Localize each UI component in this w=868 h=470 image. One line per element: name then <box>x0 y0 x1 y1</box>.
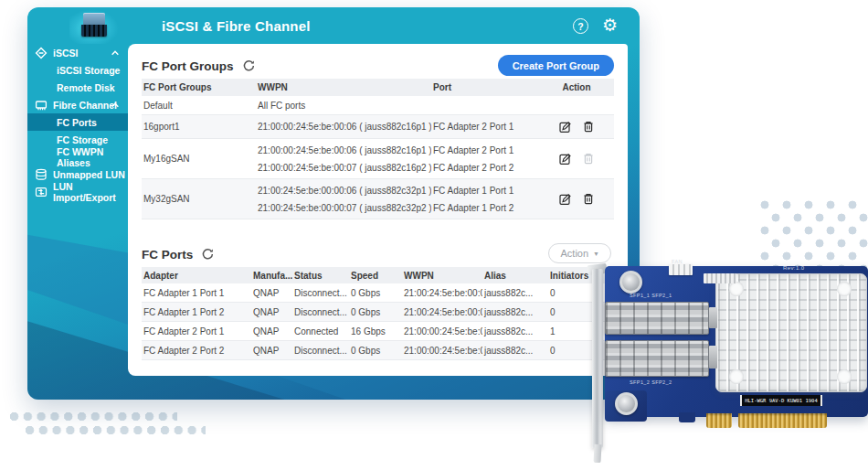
fc-ports-section: FC Ports Action ▼ Adapter Manufa... Stat… <box>142 241 614 360</box>
group-name: Default <box>142 101 256 111</box>
sidebar-item-label: Remote Disk <box>57 82 115 93</box>
wwpn-line: 21:00:24:5e:be:00:00:06 ( jauss882c32p1 … <box>258 182 431 199</box>
sidebar-item-fc-wwpn-aliases[interactable]: FC WWPN Aliases <box>27 148 128 166</box>
status-cell: Connected <box>292 326 349 336</box>
action-dropdown-button[interactable]: Action ▼ <box>548 243 611 263</box>
table-row[interactable]: Default All FC ports <box>142 96 614 115</box>
fibre-channel-adapter-icon <box>35 99 48 112</box>
manufacturer-cell: QNAP <box>251 288 292 298</box>
sidebar: iSCSI iSCSI Storage Remote Disk Fibre Ch… <box>27 44 128 200</box>
alias-cell: jauss882c... <box>482 307 548 317</box>
alias-cell: jauss882c... <box>482 346 548 356</box>
speed-cell: 16 Gbps <box>349 326 402 336</box>
card-bracket-tail <box>593 444 601 463</box>
group-port: FC Adapter 1 Port 1 FC Adapter 1 Port 2 <box>431 182 539 217</box>
table-row[interactable]: FC Adapter 2 Port 1 QNAP Connected 16 Gb… <box>142 322 614 341</box>
card-bracket <box>592 269 603 448</box>
group-port: FC Adapter 2 Port 1 <box>431 122 539 132</box>
column-header: Speed <box>349 271 402 281</box>
alias-cell: jauss882c... <box>482 326 548 336</box>
group-wwpn: 21:00:00:24:5e:be:00:06 ( jauss882c16p1 … <box>256 122 431 132</box>
refresh-icon[interactable] <box>242 59 256 73</box>
heatsink-pad <box>837 369 852 384</box>
edit-icon[interactable] <box>559 193 571 205</box>
column-header: Port <box>431 82 539 92</box>
section-title: FC Ports <box>142 248 193 262</box>
sidebar-item-remote-disk[interactable]: Remote Disk <box>27 79 128 96</box>
sidebar-item-label: iSCSI <box>53 48 78 59</box>
fibre-channel-card-image: Rev:1.0 FAN SFP1_1 SFP2_1 SFP1_2 SFP2_2 … <box>589 262 868 465</box>
gear-icon[interactable]: ⚙ <box>602 15 618 37</box>
sidebar-item-fibre-channel[interactable]: Fibre Channel <box>27 96 128 113</box>
card-screw <box>619 271 642 294</box>
wwpn-cell: 21:00:00:24:5e:be:00... <box>402 326 482 336</box>
wwpn-line: 21:00:24:5e:be:00:00:07 ( jauss882c32p2 … <box>258 199 431 217</box>
card-pcb-tab <box>679 412 695 422</box>
decor-dots-bottom-left-row2 <box>25 425 206 435</box>
port-line: FC Adapter 2 Port 2 <box>433 159 539 176</box>
sfp-latch <box>709 346 717 369</box>
column-header: Status <box>292 271 349 281</box>
wwpn-line: 21:00:00:24:5e:be:00:06 ( jauss882c16p1 … <box>258 142 431 159</box>
sfp-latch <box>709 307 717 328</box>
import-export-icon <box>35 186 48 198</box>
sidebar-item-iscsi[interactable]: iSCSI <box>27 44 128 61</box>
table-row[interactable]: My32gSAN 21:00:24:5e:be:00:00:06 ( jauss… <box>142 179 614 219</box>
disk-stack-icon <box>35 168 48 181</box>
table-row[interactable]: FC Adapter 1 Port 2 QNAP Disconnect... 0… <box>142 303 614 322</box>
speed-cell: 0 Gbps <box>349 307 402 317</box>
nas-icon-drive-slots <box>81 25 107 37</box>
table-row[interactable]: My16gSAN 21:00:00:24:5e:be:00:06 ( jauss… <box>142 139 614 179</box>
fc-ports-header: FC Ports Action ▼ <box>142 241 614 267</box>
delete-icon[interactable] <box>583 121 594 133</box>
create-port-group-button[interactable]: Create Port Group <box>498 55 614 76</box>
chevron-up-icon <box>111 48 120 58</box>
adapter-cell: FC Adapter 1 Port 2 <box>142 307 251 317</box>
sidebar-item-label: FC WWPN Aliases <box>57 146 128 168</box>
column-header: Manufa... <box>251 271 292 281</box>
alias-cell: jauss882c... <box>482 288 548 298</box>
page: iSCSI & Fibre Channel ? ⚙ iSCSI iSCSI St… <box>0 0 868 470</box>
sidebar-item-lun-import-export[interactable]: LUN Import/Export <box>27 183 128 200</box>
pin-header <box>704 273 736 283</box>
wwpn-cell: 21:00:24:5e:be:00:00... <box>402 307 482 317</box>
delete-icon-disabled <box>583 153 594 165</box>
column-header: WWPN <box>402 271 482 281</box>
iscsi-icon <box>35 47 48 59</box>
refresh-icon[interactable] <box>201 248 215 262</box>
fc-ports-table-header: Adapter Manufa... Status Speed WWPN Alia… <box>142 267 614 283</box>
port-line: FC Adapter 1 Port 2 <box>433 199 539 217</box>
port-line: FC Adapter 2 Port 1 <box>433 142 539 159</box>
speed-cell: 0 Gbps <box>349 288 402 298</box>
sidebar-item-label: FC Storage <box>57 134 108 145</box>
sidebar-item-fc-ports[interactable]: FC Ports <box>27 113 128 131</box>
card-sfp-label-top: SFP1_1 SFP2_1 <box>630 293 672 298</box>
group-wwpn: All FC ports <box>256 101 431 111</box>
delete-icon[interactable] <box>583 193 594 205</box>
pcie-connector-short <box>706 413 732 428</box>
port-groups-table-header: FC Port Groups WWPN Port Action <box>142 79 614 96</box>
speed-cell: 0 Gbps <box>349 346 402 356</box>
manufacturer-cell: QNAP <box>251 346 292 356</box>
wwpn-cell: 21:00:24:5e:be:00:00... <box>402 288 482 298</box>
fan-connector <box>669 264 693 275</box>
sidebar-item-label: Unmapped LUN <box>53 169 125 180</box>
table-row[interactable]: FC Adapter 1 Port 1 QNAP Disconnect... 0… <box>142 283 614 303</box>
status-cell: Disconnect... <box>292 346 349 356</box>
help-icon[interactable]: ? <box>573 18 588 34</box>
group-wwpn: 21:00:24:5e:be:00:00:06 ( jauss882c32p1 … <box>256 182 431 217</box>
sidebar-item-iscsi-storage[interactable]: iSCSI Storage <box>27 61 128 79</box>
edit-icon[interactable] <box>559 153 571 165</box>
group-name: My32gSAN <box>142 194 256 204</box>
section-title: FC Port Groups <box>142 59 234 73</box>
sidebar-item-label: FC Ports <box>57 117 97 128</box>
card-rev-text: Rev:1.0 <box>783 265 804 271</box>
edit-icon[interactable] <box>559 121 571 133</box>
column-header: Alias <box>482 271 548 281</box>
titlebar: iSCSI & Fibre Channel ? ⚙ <box>27 7 640 44</box>
table-row[interactable]: FC Adapter 2 Port 2 QNAP Disconnect... 0… <box>142 341 614 360</box>
action-button-label: Action <box>560 248 588 259</box>
app-window: iSCSI & Fibre Channel ? ⚙ iSCSI iSCSI St… <box>27 7 640 400</box>
adapter-cell: FC Adapter 1 Port 1 <box>142 288 251 298</box>
table-row[interactable]: 16gport1 21:00:00:24:5e:be:00:06 ( jauss… <box>142 115 614 139</box>
